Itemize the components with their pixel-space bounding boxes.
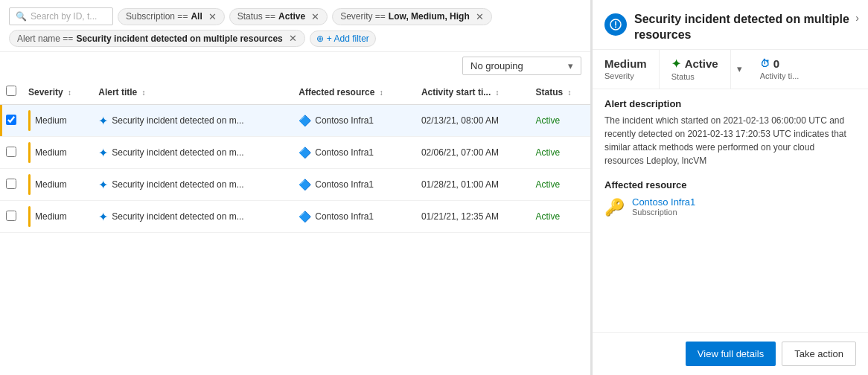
activity-start-cell: 02/06/21, 07:00 AM bbox=[415, 137, 530, 169]
search-placeholder: Search by ID, t... bbox=[31, 11, 97, 22]
activity-sort-icon[interactable]: ↕ bbox=[496, 89, 500, 97]
chip-status-close[interactable]: ✕ bbox=[311, 11, 319, 22]
resource-icon-small: 🔷 bbox=[299, 115, 311, 126]
chip-alertname-close[interactable]: ✕ bbox=[289, 33, 297, 44]
detail-footer: View full details Take action bbox=[593, 332, 868, 375]
row-checkbox[interactable] bbox=[6, 179, 16, 189]
severity-cell: Medium bbox=[28, 110, 86, 131]
col-status: Status ↕ bbox=[530, 80, 591, 105]
activity-item: ⏱ 0 Activity ti... bbox=[748, 50, 868, 89]
activity-start-cell: 01/21/21, 12:35 AM bbox=[415, 201, 530, 233]
table-row[interactable]: Medium ✦ Security incident detected on m… bbox=[0, 137, 590, 169]
chip-severity-label: Severity == bbox=[340, 11, 386, 22]
status-cell: Active bbox=[530, 201, 591, 233]
alert-title-cell: ✦ Security incident detected on m... bbox=[98, 210, 247, 224]
resource-section: Affected resource 🔑 Contoso Infra1 Subsc… bbox=[604, 179, 856, 217]
alert-title-text: Security incident detected on m... bbox=[112, 211, 243, 222]
affected-resource-heading: Affected resource bbox=[604, 179, 856, 190]
alerts-table: Severity ↕ Alert title ↕ Affected resour… bbox=[0, 80, 590, 233]
row-checkbox[interactable] bbox=[6, 211, 16, 221]
incident-icon bbox=[604, 13, 627, 36]
add-filter-label: + Add filter bbox=[327, 33, 369, 44]
active-icon: ✦ bbox=[671, 57, 681, 71]
row-checkbox[interactable] bbox=[6, 115, 16, 125]
severity-sort-icon[interactable]: ↕ bbox=[68, 89, 71, 97]
take-action-button[interactable]: Take action bbox=[782, 342, 856, 366]
severity-label: Severity bbox=[604, 71, 647, 80]
key-icon: 🔑 bbox=[604, 198, 625, 217]
severity-text: Medium bbox=[35, 147, 67, 158]
main-panel: 🔍 Search by ID, t... Subscription == All… bbox=[0, 0, 593, 375]
detail-header: › Security incident detected on multiple… bbox=[593, 0, 868, 50]
chip-severity-close[interactable]: ✕ bbox=[476, 11, 484, 22]
collapse-icon[interactable]: › bbox=[855, 12, 859, 24]
grouping-label: No grouping bbox=[470, 60, 523, 71]
alert-title-text: Security incident detected on m... bbox=[112, 147, 243, 158]
resource-cell: 🔷 Contoso Infra1 bbox=[299, 211, 409, 222]
resource-name-text: Contoso Infra1 bbox=[315, 147, 374, 158]
add-filter-icon: ⊕ bbox=[316, 33, 324, 44]
table-row[interactable]: Medium ✦ Security incident detected on m… bbox=[0, 201, 590, 233]
col-status-label: Status bbox=[536, 87, 564, 97]
alert-icon: ✦ bbox=[98, 178, 108, 192]
table-row[interactable]: Medium ✦ Security incident detected on m… bbox=[0, 169, 590, 201]
grouping-dropdown[interactable]: No grouping ▾ bbox=[462, 57, 581, 75]
severity-cell: Medium bbox=[28, 142, 86, 163]
alert-description-heading: Alert description bbox=[604, 98, 856, 109]
detail-title: Security incident detected on multiple r… bbox=[634, 12, 856, 43]
filter-chip-alertname[interactable]: Alert name == Security incident detected… bbox=[9, 30, 305, 47]
severity-text: Medium bbox=[35, 115, 67, 126]
severity-status-item: Medium Severity bbox=[593, 50, 660, 89]
filter-toolbar: 🔍 Search by ID, t... Subscription == All… bbox=[0, 0, 590, 52]
row-checkbox[interactable] bbox=[6, 147, 16, 157]
severity-cell: Medium bbox=[28, 206, 86, 227]
chip-alertname-value: Security incident detected on multiple r… bbox=[76, 33, 282, 44]
search-box[interactable]: 🔍 Search by ID, t... bbox=[9, 7, 113, 25]
status-sort-icon[interactable]: ↕ bbox=[568, 89, 572, 97]
add-filter-button[interactable]: ⊕ + Add filter bbox=[310, 31, 376, 47]
filter-chip-severity[interactable]: Severity == Low, Medium, High ✕ bbox=[332, 8, 492, 25]
resource-details: Contoso Infra1 Subscription bbox=[632, 196, 695, 217]
resource-name-text: Contoso Infra1 bbox=[315, 179, 374, 190]
activity-start-cell: 01/28/21, 01:00 AM bbox=[415, 169, 530, 201]
select-all-checkbox[interactable] bbox=[6, 86, 16, 96]
chip-status-value: Active bbox=[278, 11, 305, 22]
severity-cell: Medium bbox=[28, 174, 86, 195]
resource-cell: 🔷 Contoso Infra1 bbox=[299, 179, 409, 190]
chip-subscription-close[interactable]: ✕ bbox=[208, 11, 217, 22]
detail-body: Alert description The incident which sta… bbox=[593, 89, 868, 332]
chevron-down-icon: ▾ bbox=[568, 60, 573, 71]
chip-alertname-label: Alert name == bbox=[17, 33, 73, 44]
activity-value: ⏱ 0 bbox=[760, 57, 856, 70]
severity-bar bbox=[28, 110, 31, 131]
resource-name[interactable]: Contoso Infra1 bbox=[632, 196, 695, 208]
status-row: Medium Severity ✦ Active Status ▾ ⏱ 0 Ac… bbox=[593, 50, 868, 89]
affected-resource-sort-icon[interactable]: ↕ bbox=[380, 89, 383, 97]
activity-count: 0 bbox=[773, 57, 779, 70]
resource-cell: 🔷 Contoso Infra1 bbox=[299, 147, 409, 158]
filter-chip-subscription[interactable]: Subscription == All ✕ bbox=[118, 8, 225, 25]
alert-icon: ✦ bbox=[98, 146, 108, 160]
col-severity-label: Severity bbox=[28, 87, 63, 97]
status-expand-button[interactable]: ▾ bbox=[731, 56, 748, 82]
alert-title-cell: ✦ Security incident detected on m... bbox=[98, 178, 247, 192]
filter-chip-status[interactable]: Status == Active ✕ bbox=[229, 8, 328, 25]
chip-severity-value: Low, Medium, High bbox=[389, 11, 470, 22]
alert-description-text: The incident which started on 2021-02-13… bbox=[604, 114, 856, 167]
table-row[interactable]: Medium ✦ Security incident detected on m… bbox=[0, 105, 590, 137]
status-value-text: Active bbox=[685, 57, 718, 70]
alert-icon: ✦ bbox=[98, 210, 108, 224]
col-affected-resource: Affected resource ↕ bbox=[293, 80, 415, 105]
alerts-table-container: Severity ↕ Alert title ↕ Affected resour… bbox=[0, 80, 590, 375]
resource-type: Subscription bbox=[632, 208, 695, 217]
status-status-item: ✦ Active Status bbox=[660, 50, 731, 89]
severity-value: Medium bbox=[604, 57, 647, 70]
col-activity-start-label: Activity start ti... bbox=[421, 87, 491, 97]
status-cell: Active bbox=[530, 169, 591, 201]
severity-text: Medium bbox=[35, 211, 67, 222]
alert-title-sort-icon[interactable]: ↕ bbox=[142, 89, 146, 97]
clock-icon: ⏱ bbox=[760, 58, 770, 69]
alert-title-cell: ✦ Security incident detected on m... bbox=[98, 146, 247, 160]
view-full-details-button[interactable]: View full details bbox=[686, 342, 776, 366]
detail-panel: › Security incident detected on multiple… bbox=[593, 0, 868, 375]
